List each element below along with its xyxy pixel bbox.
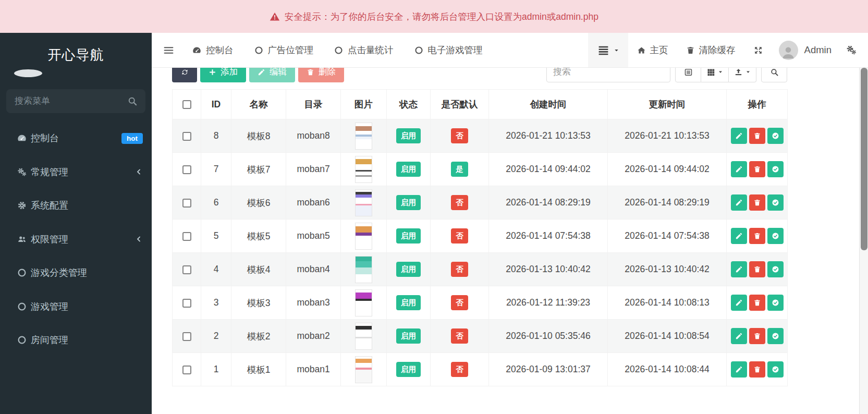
nav-tab[interactable]: 广告位管理 xyxy=(244,33,324,67)
fullscreen-icon[interactable] xyxy=(744,45,772,55)
row-checkbox[interactable] xyxy=(182,232,191,241)
edit-button[interactable]: 编辑 xyxy=(249,68,295,82)
row-checkbox[interactable] xyxy=(182,299,191,308)
sidebar-item[interactable]: 控制台hot xyxy=(0,121,152,155)
trash-icon xyxy=(753,232,761,240)
sidebar-item[interactable]: 游戏分类管理 xyxy=(0,256,152,290)
delete-row-button[interactable] xyxy=(749,261,765,277)
sidebar-search-input[interactable] xyxy=(6,89,145,113)
nav-tab[interactable]: 点击量统计 xyxy=(324,33,404,67)
sidebar-item-label: 游戏管理 xyxy=(31,300,143,313)
cell-default: 否 xyxy=(431,286,489,320)
set-default-button[interactable] xyxy=(767,128,784,144)
sidebar-item[interactable]: 游戏管理 xyxy=(0,290,152,324)
column-header[interactable]: 目录 xyxy=(286,90,341,119)
edit-row-button[interactable] xyxy=(731,361,747,378)
menu-list-dropdown[interactable] xyxy=(588,33,628,67)
column-header[interactable]: 创建时间 xyxy=(489,90,608,119)
clear-cache-link[interactable]: 清除缓存 xyxy=(677,33,744,67)
toggle-view-button[interactable] xyxy=(675,68,701,82)
row-checkbox[interactable] xyxy=(182,332,191,341)
sidebar-item[interactable]: 权限管理 xyxy=(0,223,152,257)
sidebar-menu: 控制台hot常规管理系统配置权限管理游戏分类管理游戏管理房间管理 xyxy=(0,121,152,357)
pencil-icon xyxy=(735,332,743,340)
delete-row-button[interactable] xyxy=(749,228,765,244)
delete-row-button[interactable] xyxy=(749,361,765,378)
table-search-input[interactable] xyxy=(546,68,670,82)
edit-row-button[interactable] xyxy=(731,261,747,277)
scrollbar-thumb[interactable] xyxy=(861,68,867,250)
refresh-button[interactable] xyxy=(172,68,197,82)
edit-row-button[interactable] xyxy=(731,328,747,344)
grid-icon xyxy=(706,68,715,77)
template-thumbnail[interactable] xyxy=(355,156,372,183)
edit-row-button[interactable] xyxy=(731,161,747,177)
delete-row-button[interactable] xyxy=(749,128,765,144)
set-default-button[interactable] xyxy=(767,295,784,311)
edit-row-button[interactable] xyxy=(731,295,747,311)
set-default-button[interactable] xyxy=(767,194,784,211)
row-checkbox[interactable] xyxy=(182,265,191,274)
cell-default: 否 xyxy=(431,220,489,253)
template-thumbnail[interactable] xyxy=(355,223,372,250)
set-default-button[interactable] xyxy=(767,328,784,344)
delete-button[interactable]: 删除 xyxy=(298,68,344,82)
delete-row-button[interactable] xyxy=(749,194,765,211)
template-thumbnail[interactable] xyxy=(355,256,372,283)
check-circle-icon xyxy=(772,199,779,206)
sidebar-item[interactable]: 系统配置 xyxy=(0,189,152,223)
row-checkbox[interactable] xyxy=(182,199,191,208)
template-thumbnail[interactable] xyxy=(355,323,372,350)
delete-row-button[interactable] xyxy=(749,161,765,177)
cell-actions xyxy=(727,153,788,186)
nav-tab[interactable]: 电子游戏管理 xyxy=(404,33,493,67)
sidebar-item[interactable]: 常规管理 xyxy=(0,155,152,189)
row-checkbox[interactable] xyxy=(182,366,191,374)
search-toggle-button[interactable] xyxy=(761,68,787,82)
template-thumbnail[interactable] xyxy=(355,123,372,150)
column-header[interactable]: 图片 xyxy=(341,90,387,119)
edit-row-button[interactable] xyxy=(731,228,747,244)
nav-tab[interactable]: 控制台 xyxy=(182,33,244,67)
set-default-button[interactable] xyxy=(767,161,784,177)
hamburger-icon[interactable] xyxy=(152,45,182,56)
cell-status: 启用 xyxy=(387,119,431,153)
select-all-header xyxy=(173,90,201,119)
home-link[interactable]: 主页 xyxy=(628,33,677,67)
delete-row-button[interactable] xyxy=(749,328,765,344)
set-default-button[interactable] xyxy=(767,228,784,244)
user-menu[interactable]: Admin xyxy=(772,41,838,60)
logo-partial xyxy=(14,69,42,77)
column-header[interactable]: 更新时间 xyxy=(608,90,727,119)
caret-down-icon xyxy=(614,47,619,53)
template-thumbnail[interactable] xyxy=(355,356,372,383)
template-thumbnail[interactable] xyxy=(355,289,372,316)
sidebar-item-label: 常规管理 xyxy=(31,166,135,178)
column-header[interactable]: 名称 xyxy=(231,90,286,119)
settings-gear-icon[interactable] xyxy=(838,45,868,55)
table-row: 5模板5moban5启用否2026-01-14 07:54:382026-01-… xyxy=(173,220,788,253)
default-badge: 否 xyxy=(451,328,468,344)
security-alert-text: 安全提示：为了你的后台安全，请勿将后台管理入口设置为admin或admin.ph… xyxy=(285,10,598,23)
set-default-button[interactable] xyxy=(767,361,784,378)
column-header[interactable]: ID xyxy=(201,90,231,119)
column-header[interactable]: 是否默认 xyxy=(431,90,489,119)
column-header[interactable]: 状态 xyxy=(387,90,431,119)
edit-row-button[interactable] xyxy=(731,128,747,144)
delete-row-button[interactable] xyxy=(749,295,765,311)
export-button[interactable] xyxy=(729,68,756,82)
columns-button[interactable] xyxy=(701,68,729,82)
row-checkbox[interactable] xyxy=(182,165,191,174)
sidebar-item[interactable]: 房间管理 xyxy=(0,323,152,357)
edit-row-button[interactable] xyxy=(731,194,747,211)
users-icon xyxy=(13,235,31,244)
template-thumbnail[interactable] xyxy=(355,189,372,216)
cell-status: 启用 xyxy=(387,220,431,253)
cell-name: 模板7 xyxy=(231,153,286,186)
set-default-button[interactable] xyxy=(767,261,784,277)
select-all-checkbox[interactable] xyxy=(182,100,191,109)
column-header[interactable]: 操作 xyxy=(727,90,788,119)
add-button[interactable]: 添加 xyxy=(200,68,246,82)
table-row: 1模板1moban1启用否2026-01-09 13:01:372026-01-… xyxy=(173,353,788,386)
row-checkbox[interactable] xyxy=(182,132,191,141)
